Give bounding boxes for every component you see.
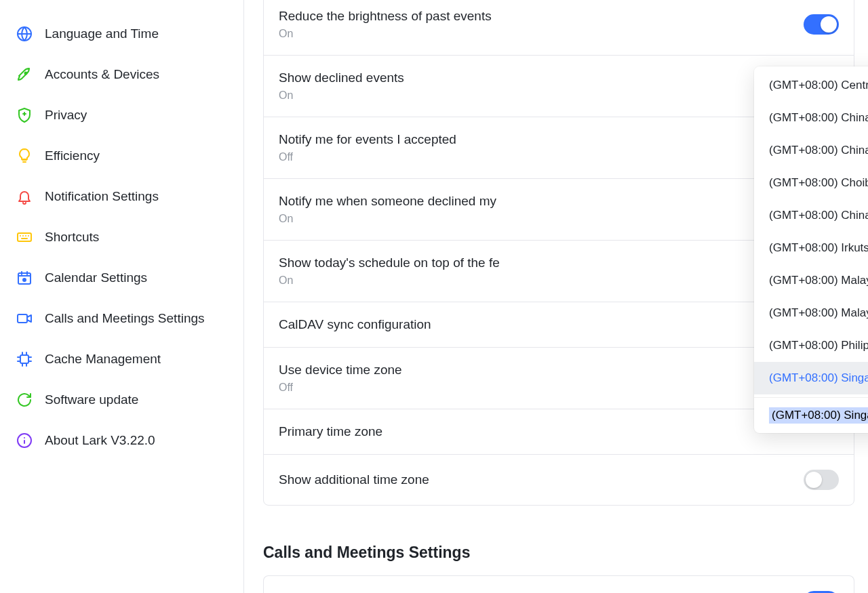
timezone-dropdown: (GMT+08:00) Central Indonesia Time(GMT+0… bbox=[754, 66, 868, 433]
timezone-option[interactable]: (GMT+08:00) Singapore Standard Time bbox=[754, 362, 868, 394]
timezone-option[interactable]: (GMT+08:00) Malaysia Time - Kuching bbox=[754, 297, 868, 329]
sidebar-item-label: Efficiency bbox=[45, 148, 100, 163]
setting-subtitle: On bbox=[279, 274, 804, 287]
svg-rect-2 bbox=[18, 233, 31, 241]
toggle[interactable] bbox=[804, 14, 839, 35]
sidebar-item-calendar-settings[interactable]: Calendar Settings bbox=[11, 258, 243, 298]
globe-icon bbox=[16, 26, 33, 42]
calendar-icon bbox=[16, 270, 33, 286]
setting-subtitle: On bbox=[279, 213, 804, 225]
sidebar-item-efficiency[interactable]: Efficiency bbox=[11, 136, 243, 176]
setting-subtitle: On bbox=[279, 89, 804, 102]
sidebar-item-privacy[interactable]: Privacy bbox=[11, 95, 243, 136]
svg-point-1 bbox=[25, 73, 27, 75]
timezone-option[interactable]: (GMT+08:00) China Standard Time - Beijin… bbox=[754, 134, 868, 167]
setting-title: Show declined events bbox=[279, 70, 804, 85]
setting-title: Notify me for events I accepted bbox=[279, 132, 804, 147]
timezone-option[interactable]: (GMT+08:00) Choibalsan Standard Time bbox=[754, 167, 868, 199]
timezone-option[interactable]: (GMT+08:00) China Standard Time - Hong K… bbox=[754, 199, 868, 232]
sidebar-item-label: Calls and Meetings Settings bbox=[45, 311, 205, 326]
sidebar-item-label: Accounts & Devices bbox=[45, 67, 159, 82]
sidebar-item-label: Language and Time bbox=[45, 26, 159, 41]
sidebar-item-software-update[interactable]: Software update bbox=[11, 380, 243, 420]
timezone-option[interactable]: (GMT+08:00) Philippine Standard Time bbox=[754, 329, 868, 362]
video-icon bbox=[16, 310, 33, 327]
setting-title: Use device time zone bbox=[279, 363, 804, 377]
chip-icon bbox=[16, 351, 33, 367]
bulb-icon bbox=[16, 148, 33, 164]
sidebar-item-label: About Lark V3.22.0 bbox=[45, 433, 155, 448]
sidebar-item-label: Privacy bbox=[45, 108, 87, 123]
shield-icon bbox=[16, 107, 33, 123]
keyboard-icon bbox=[16, 229, 33, 245]
timezone-option[interactable]: (GMT+08:00) Irkutsk Standard Time bbox=[754, 232, 868, 264]
setting-row: Reduce the brightness of past eventsOn bbox=[264, 0, 854, 56]
timezone-input-wrap bbox=[754, 397, 868, 433]
sidebar-item-label: Notification Settings bbox=[45, 189, 159, 204]
setting-title: Notify me when someone declined my bbox=[279, 194, 804, 209]
update-icon bbox=[16, 392, 33, 408]
setting-title: Reduce the brightness of past events bbox=[279, 9, 804, 24]
sidebar-item-label: Software update bbox=[45, 392, 138, 407]
setting-row: Show additional time zone bbox=[264, 455, 854, 505]
sidebar-item-accounts-devices[interactable]: Accounts & Devices bbox=[11, 54, 243, 95]
sidebar-item-label: Calendar Settings bbox=[45, 270, 147, 285]
main-content: Reduce the brightness of past eventsOnSh… bbox=[244, 0, 868, 593]
timezone-option[interactable]: (GMT+08:00) Malaysia Time - Kuala Lumpur bbox=[754, 264, 868, 297]
timezone-options-list[interactable]: (GMT+08:00) Central Indonesia Time(GMT+0… bbox=[754, 66, 868, 397]
svg-point-4 bbox=[23, 279, 26, 281]
setting-title: Show today's schedule on top of the fe bbox=[279, 255, 804, 270]
sidebar-item-label: Shortcuts bbox=[45, 230, 99, 245]
sidebar-item-language-and-time[interactable]: Language and Time bbox=[11, 14, 243, 54]
sidebar-item-notification-settings[interactable]: Notification Settings bbox=[11, 176, 243, 217]
setting-row-meeting-notification: Meeting started notification bbox=[264, 576, 854, 593]
sidebar-item-label: Cache Management bbox=[45, 352, 161, 367]
sidebar-item-about-lark-v3-22-0[interactable]: About Lark V3.22.0 bbox=[11, 420, 243, 461]
sidebar-item-calls-and-meetings-settings[interactable]: Calls and Meetings Settings bbox=[11, 298, 243, 339]
sidebar: Language and TimeAccounts & DevicesPriva… bbox=[0, 0, 244, 593]
timezone-option[interactable]: (GMT+08:00) China Standard Time - Macau bbox=[754, 102, 868, 134]
timezone-search-input[interactable] bbox=[769, 407, 868, 424]
calls-settings-card: Meeting started notification bbox=[263, 575, 854, 593]
sidebar-item-shortcuts[interactable]: Shortcuts bbox=[11, 217, 243, 258]
svg-rect-5 bbox=[18, 314, 27, 323]
timezone-option[interactable]: (GMT+08:00) Central Indonesia Time bbox=[754, 69, 868, 102]
sidebar-item-cache-management[interactable]: Cache Management bbox=[11, 339, 243, 380]
setting-subtitle: Off bbox=[279, 151, 804, 163]
toggle[interactable] bbox=[804, 470, 839, 490]
setting-subtitle: On bbox=[279, 28, 804, 40]
setting-subtitle: Off bbox=[279, 382, 804, 394]
bell-icon bbox=[16, 188, 33, 205]
rocket-icon bbox=[16, 66, 33, 83]
section-title-calls: Calls and Meetings Settings bbox=[263, 544, 854, 562]
svg-rect-6 bbox=[20, 355, 28, 363]
info-icon bbox=[16, 432, 33, 449]
setting-title: Show additional time zone bbox=[279, 472, 804, 487]
